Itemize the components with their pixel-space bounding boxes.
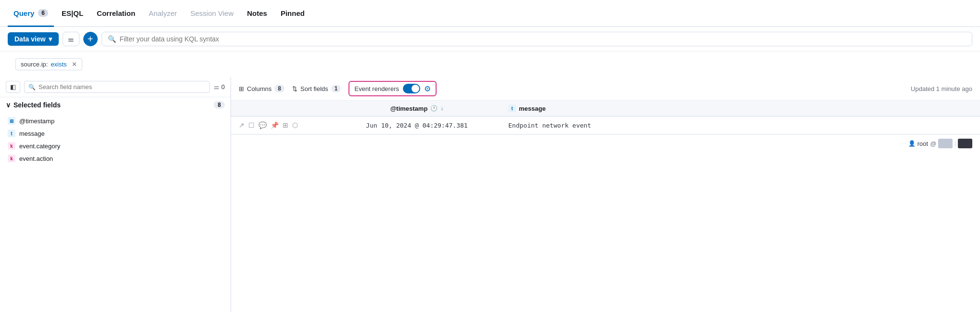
tab-analyzer-label: Analyzer (149, 9, 177, 17)
kql-search-input[interactable] (120, 35, 966, 43)
main-content: ◧ 🔍 ⚌ 0 ∨ Selected fields 8 ⊞ @timestamp (0, 77, 980, 312)
tab-session-view[interactable]: Session View (184, 0, 239, 27)
expand-icon[interactable]: ↗ (239, 121, 245, 129)
sort-fields-toolbar-item[interactable]: ⇅ Sort fields 1 (292, 85, 341, 92)
main-toolbar: Data view ▾ ⚌ + 🔍 (0, 27, 980, 52)
tab-query[interactable]: Query 6 (8, 0, 54, 27)
columns-toolbar-item[interactable]: ⊞ Columns 8 (239, 85, 284, 92)
data-table: @timestamp 🕐 ↓ t message ↗ ☐ 💬 📌 ⊞ ⬡ (231, 101, 980, 312)
filter-icon: ⚌ (68, 35, 74, 43)
dashed-separator: · · · (899, 141, 906, 146)
tab-pinned[interactable]: Pinned (275, 0, 310, 27)
table-header: @timestamp 🕐 ↓ t message (231, 101, 980, 117)
at-sign: @ (930, 140, 936, 147)
filter-tag-key: source.ip: (21, 61, 48, 68)
tab-analyzer[interactable]: Analyzer (143, 0, 182, 27)
clock-icon: 🕐 (430, 105, 438, 112)
field-name-timestamp: @timestamp (19, 117, 54, 125)
table-header-message[interactable]: t message (508, 104, 972, 112)
search-icon: 🔍 (108, 35, 116, 43)
message-column-label: message (519, 105, 546, 112)
filter-tag-area: source.ip: exists ✕ (0, 52, 980, 77)
selected-fields-label: Selected fields (13, 101, 61, 109)
add-filter-button[interactable]: + (83, 32, 98, 46)
field-search-input[interactable] (39, 83, 206, 91)
sort-fields-label: Sort fields (300, 85, 328, 92)
sidebar-collapse-icon: ◧ (10, 83, 16, 91)
kql-search-bar[interactable]: 🔍 (102, 32, 972, 46)
cube-icon[interactable]: ⬡ (292, 121, 298, 129)
pin-icon[interactable]: 📌 (271, 121, 279, 129)
selected-fields-header[interactable]: ∨ Selected fields 8 (0, 97, 231, 113)
field-type-keyword-icon-1: k (8, 142, 15, 150)
event-renderers-label: Event renderers (354, 85, 399, 92)
data-view-button[interactable]: Data view ▾ (8, 32, 59, 46)
columns-label: Columns (247, 85, 271, 92)
right-toolbar: ⊞ Columns 8 ⇅ Sort fields 1 Event render… (231, 77, 980, 101)
separator-line: | (954, 141, 956, 146)
field-type-text-icon: t (8, 130, 15, 137)
tab-notes[interactable]: Notes (241, 0, 273, 27)
selected-fields-title-group: ∨ Selected fields (6, 101, 61, 109)
field-list: ⊞ @timestamp t message k event.category … (0, 113, 231, 167)
tab-session-view-label: Session View (190, 9, 233, 17)
table-header-timestamp[interactable]: @timestamp 🕐 ↓ (325, 105, 508, 112)
tab-query-label: Query (13, 9, 34, 17)
user-host-box-light (938, 139, 953, 148)
plus-icon: + (88, 34, 93, 44)
user-person-icon: 👤 (908, 140, 916, 147)
field-type-keyword-icon-2: k (8, 155, 15, 162)
filter-tag-value: exists (51, 61, 66, 68)
field-item-timestamp[interactable]: ⊞ @timestamp (0, 115, 231, 127)
user-host-box-dark (958, 139, 972, 148)
tab-esql-label: ES|QL (62, 9, 83, 17)
tab-notes-label: Notes (247, 9, 267, 17)
chevron-down-icon: ▾ (49, 35, 52, 43)
tab-correlation-label: Correlation (97, 9, 135, 17)
filter-tag: source.ip: exists ✕ (15, 58, 82, 70)
row-timestamp: Jun 10, 2024 @ 04:29:47.381 (325, 122, 508, 129)
field-filter-number: 0 (221, 83, 225, 91)
message-type-badge: t (508, 104, 516, 112)
left-panel: ◧ 🔍 ⚌ 0 ∨ Selected fields 8 ⊞ @timestamp (0, 77, 231, 312)
filter-options-button[interactable]: ⚌ (63, 32, 79, 46)
tab-correlation[interactable]: Correlation (91, 0, 141, 27)
tab-pinned-label: Pinned (281, 9, 305, 17)
user-info: 👤 root @ | (908, 139, 972, 148)
columns-count: 8 (274, 85, 284, 92)
data-view-label: Data view (14, 35, 46, 43)
tab-esql[interactable]: ES|QL (56, 0, 89, 27)
gear-icon[interactable]: ⚙ (424, 84, 431, 93)
field-search-icon: 🔍 (28, 84, 36, 91)
field-filter-count: ⚌ 0 (214, 83, 225, 91)
chevron-down-icon: ∨ (6, 101, 11, 109)
filter-tag-close[interactable]: ✕ (72, 61, 77, 68)
top-tabs: Query 6 ES|QL Correlation Analyzer Sessi… (0, 0, 980, 27)
timestamp-column-label: @timestamp (390, 105, 428, 112)
columns-icon: ⊞ (239, 85, 244, 92)
field-type-date-icon: ⊞ (8, 117, 15, 125)
field-item-event-action[interactable]: k event.action (0, 152, 231, 165)
sort-down-icon: ↓ (440, 105, 443, 112)
field-name-message: message (19, 130, 45, 137)
table-row: ↗ ☐ 💬 📌 ⊞ ⬡ Jun 10, 2024 @ 04:29:47.381 … (231, 117, 980, 134)
field-item-event-category[interactable]: k event.category (0, 140, 231, 152)
left-panel-toolbar: ◧ 🔍 ⚌ 0 (0, 77, 231, 97)
select-checkbox-icon[interactable]: ☐ (248, 121, 255, 129)
field-item-message[interactable]: t message (0, 127, 231, 140)
row-actions: ↗ ☐ 💬 📌 ⊞ ⬡ (239, 121, 325, 129)
selected-fields-count: 8 (214, 101, 225, 109)
user-partial-row: · · · 👤 root @ | (231, 134, 980, 152)
collapse-sidebar-button[interactable]: ◧ (6, 81, 20, 93)
field-name-event-category: event.category (19, 143, 60, 150)
grid-icon[interactable]: ⊞ (283, 121, 288, 129)
sort-icon: ⇅ (292, 85, 297, 92)
event-renderers-toggle[interactable] (403, 84, 420, 93)
comment-icon[interactable]: 💬 (258, 121, 267, 129)
event-renderers-container: Event renderers ⚙ (348, 81, 437, 96)
field-search-container[interactable]: 🔍 (24, 81, 210, 93)
sort-fields-count: 1 (331, 85, 341, 92)
row-message: Endpoint network event (508, 122, 972, 129)
field-filter-icon: ⚌ (214, 83, 219, 91)
field-name-event-action: event.action (19, 155, 53, 162)
